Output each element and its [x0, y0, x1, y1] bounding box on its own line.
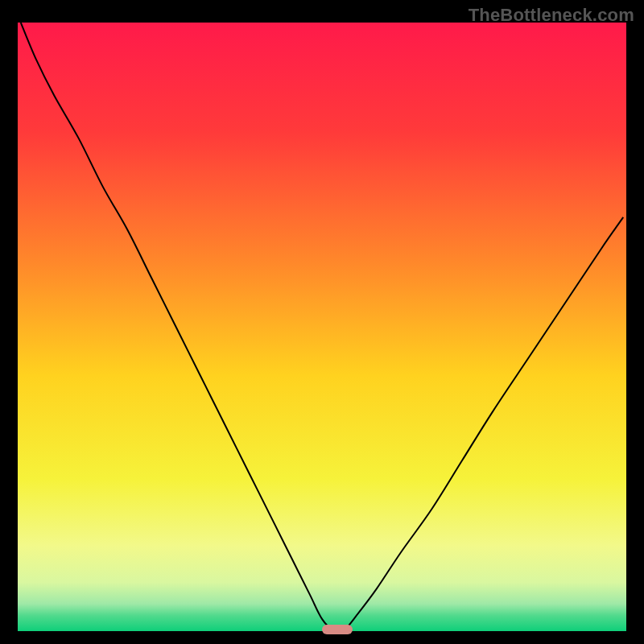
- plot-svg: [18, 23, 626, 631]
- min-band-marker: [322, 625, 353, 634]
- chart-stage: TheBottleneck.com: [0, 0, 644, 644]
- plot-area: [18, 23, 626, 631]
- bottleneck-curve: [21, 23, 623, 631]
